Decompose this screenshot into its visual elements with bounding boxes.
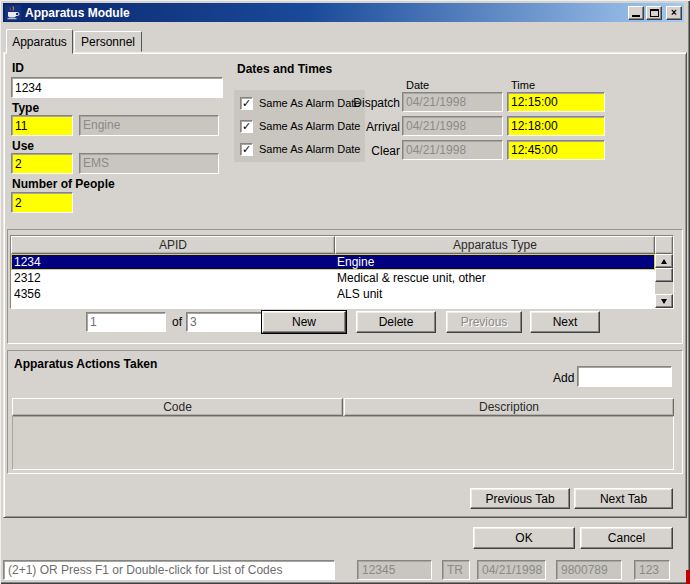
arrow-down-icon bbox=[661, 299, 667, 304]
table-row-selected[interactable]: 1234 Engine bbox=[11, 254, 655, 270]
code-column-header: Code bbox=[12, 398, 343, 416]
apparatus-table: APID Apparatus Type 1234 Engine 2312 Med… bbox=[10, 235, 674, 309]
minimize-button[interactable] bbox=[628, 6, 644, 20]
previous-button: Previous bbox=[446, 311, 522, 333]
of-label: of bbox=[172, 315, 182, 329]
add-label: Add bbox=[553, 371, 574, 385]
title-bar: Apparatus Module × bbox=[3, 3, 684, 22]
apparatus-type-column-header: Apparatus Type bbox=[335, 236, 655, 254]
number-of-people-label: Number of People bbox=[12, 177, 115, 191]
checkbox-checked-icon[interactable]: ✓ bbox=[240, 120, 253, 133]
dispatch-time-input[interactable] bbox=[507, 92, 605, 112]
clear-label: Clear bbox=[340, 144, 400, 158]
type-description-field: Engine bbox=[79, 115, 219, 136]
time-column-label: Time bbox=[511, 79, 535, 91]
delete-button[interactable]: Delete bbox=[356, 311, 436, 333]
maximize-button[interactable] bbox=[646, 6, 662, 20]
apid-cell: 4356 bbox=[14, 286, 41, 302]
id-label: ID bbox=[12, 61, 24, 75]
arrival-time-input[interactable] bbox=[507, 116, 605, 136]
table-row[interactable]: 2312 Medical & rescue unit, other bbox=[11, 270, 655, 286]
arrival-date-field: 04/21/1998 bbox=[402, 116, 503, 136]
add-code-input[interactable] bbox=[577, 366, 672, 387]
type-code-input[interactable] bbox=[11, 115, 73, 136]
ok-button[interactable]: OK bbox=[473, 527, 575, 549]
dispatch-label: Dispatch bbox=[340, 96, 400, 110]
record-number-input[interactable] bbox=[86, 312, 166, 332]
status-field-state: TR bbox=[442, 560, 470, 580]
date-column-label: Date bbox=[406, 79, 429, 91]
apid-cell: 1234 bbox=[14, 254, 41, 270]
desktop-corner-artifact bbox=[686, 570, 690, 584]
clear-date-field: 04/21/1998 bbox=[402, 140, 503, 160]
tab-apparatus[interactable]: Apparatus bbox=[6, 29, 73, 54]
number-of-people-input[interactable] bbox=[11, 192, 73, 213]
status-field-date: 04/21/1998 bbox=[477, 560, 546, 580]
check-glyph: ✓ bbox=[242, 121, 251, 132]
minimize-icon bbox=[632, 15, 640, 17]
previous-tab-button[interactable]: Previous Tab bbox=[470, 488, 570, 509]
status-field-fdid: 12345 bbox=[357, 560, 432, 580]
scroll-down-button[interactable] bbox=[655, 294, 673, 308]
apparatus-type-cell: Engine bbox=[337, 254, 374, 270]
status-hint-field: (2+1) OR Press F1 or Double-click for Li… bbox=[3, 560, 335, 580]
actions-table-body bbox=[12, 416, 674, 470]
new-button[interactable]: New bbox=[262, 311, 346, 333]
checkbox-checked-icon[interactable]: ✓ bbox=[240, 143, 253, 156]
description-column-header: Description bbox=[344, 398, 674, 416]
check-glyph: ✓ bbox=[242, 144, 251, 155]
checkbox-checked-icon[interactable]: ✓ bbox=[240, 97, 253, 110]
record-total-input[interactable] bbox=[186, 312, 266, 332]
coffee-cup-icon bbox=[5, 5, 21, 21]
dates-and-times-title: Dates and Times bbox=[237, 62, 332, 76]
dispatch-date-field: 04/21/1998 bbox=[402, 92, 503, 112]
actions-taken-title: Apparatus Actions Taken bbox=[14, 357, 157, 371]
close-icon: × bbox=[671, 8, 677, 18]
scrollbar-thumb[interactable] bbox=[655, 268, 673, 282]
window-title: Apparatus Module bbox=[25, 6, 626, 20]
id-input[interactable] bbox=[11, 77, 223, 98]
apparatus-type-cell: ALS unit bbox=[337, 286, 382, 302]
table-scrollbar[interactable] bbox=[655, 254, 673, 308]
scroll-up-button[interactable] bbox=[655, 254, 673, 268]
tab-personnel[interactable]: Personnel bbox=[74, 31, 142, 52]
apparatus-table-body: 1234 Engine 2312 Medical & rescue unit, … bbox=[11, 254, 655, 308]
scrollbar-header-stub bbox=[655, 236, 673, 254]
clear-time-input[interactable] bbox=[507, 140, 605, 160]
apparatus-module-window: Apparatus Module × Apparatus Personnel I… bbox=[0, 0, 690, 584]
arrival-label: Arrival bbox=[340, 120, 400, 134]
check-glyph: ✓ bbox=[242, 98, 251, 109]
close-button[interactable]: × bbox=[666, 6, 682, 20]
apparatus-type-cell: Medical & rescue unit, other bbox=[337, 270, 486, 286]
maximize-icon bbox=[650, 9, 659, 17]
apid-cell: 2312 bbox=[14, 270, 41, 286]
next-tab-button[interactable]: Next Tab bbox=[574, 488, 673, 509]
status-field-exposure: 123 bbox=[634, 560, 670, 580]
use-label: Use bbox=[12, 139, 34, 153]
next-button[interactable]: Next bbox=[530, 311, 600, 333]
table-row[interactable]: 4356 ALS unit bbox=[11, 286, 655, 302]
arrow-up-icon bbox=[661, 259, 667, 264]
type-label: Type bbox=[12, 101, 39, 115]
use-code-input[interactable] bbox=[11, 153, 73, 174]
apid-column-header: APID bbox=[11, 236, 335, 254]
status-field-incident: 9800789 bbox=[556, 560, 622, 580]
cancel-button[interactable]: Cancel bbox=[580, 527, 673, 549]
use-description-field: EMS bbox=[79, 153, 219, 174]
